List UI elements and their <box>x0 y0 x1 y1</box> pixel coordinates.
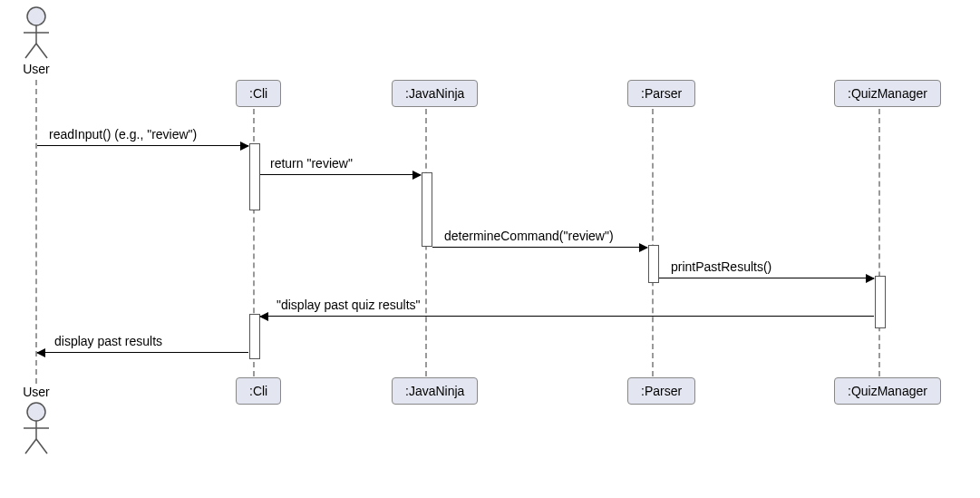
svg-line-9 <box>36 439 47 454</box>
actor-user-bottom <box>18 401 54 455</box>
participant-parser-bottom: :Parser <box>627 377 695 405</box>
svg-line-8 <box>25 439 36 454</box>
lifeline-user <box>35 80 37 384</box>
svg-line-4 <box>36 44 47 58</box>
actor-icon <box>18 401 54 455</box>
actor-user-label-bottom: User <box>9 385 63 399</box>
message-readinput-label: readInput() (e.g., "review") <box>49 127 197 142</box>
actor-user-label-top: User <box>9 62 63 76</box>
activation-parser <box>648 245 659 283</box>
actor-icon <box>18 5 54 60</box>
message-display-past-quiz-label: "display past quiz results" <box>277 298 421 312</box>
message-display-past-quiz-arrow <box>260 316 874 317</box>
message-readinput-arrow <box>37 145 248 146</box>
message-display-past-results-arrow <box>37 352 248 353</box>
participant-javaninja-top: :JavaNinja <box>392 80 478 107</box>
message-determinecommand-arrow <box>432 247 647 248</box>
message-return-review-arrow <box>260 174 421 175</box>
lifeline-parser <box>652 109 654 376</box>
activation-quizmanager <box>875 276 886 328</box>
participant-cli-bottom: :Cli <box>236 377 281 405</box>
message-determinecommand-label: determineCommand("review") <box>444 229 614 243</box>
svg-line-3 <box>25 44 36 58</box>
participant-quizmanager-top: :QuizManager <box>834 80 941 107</box>
message-display-past-results-label: display past results <box>54 334 162 348</box>
svg-point-5 <box>27 403 45 421</box>
svg-point-0 <box>27 7 45 25</box>
activation-javaninja <box>422 172 432 247</box>
participant-parser-top: :Parser <box>627 80 695 107</box>
message-printpastresults-arrow <box>659 278 874 278</box>
message-return-review-label: return "review" <box>270 156 353 171</box>
message-printpastresults-label: printPastResults() <box>671 259 771 274</box>
participant-cli-top: :Cli <box>236 80 281 107</box>
actor-user-top <box>18 5 54 60</box>
sequence-diagram: User :Cli :JavaNinja :Parser :QuizManage… <box>0 0 980 498</box>
activation-cli-1 <box>249 143 260 210</box>
lifeline-quizmanager <box>878 109 880 376</box>
participant-quizmanager-bottom: :QuizManager <box>834 377 941 405</box>
participant-javaninja-bottom: :JavaNinja <box>392 377 478 405</box>
